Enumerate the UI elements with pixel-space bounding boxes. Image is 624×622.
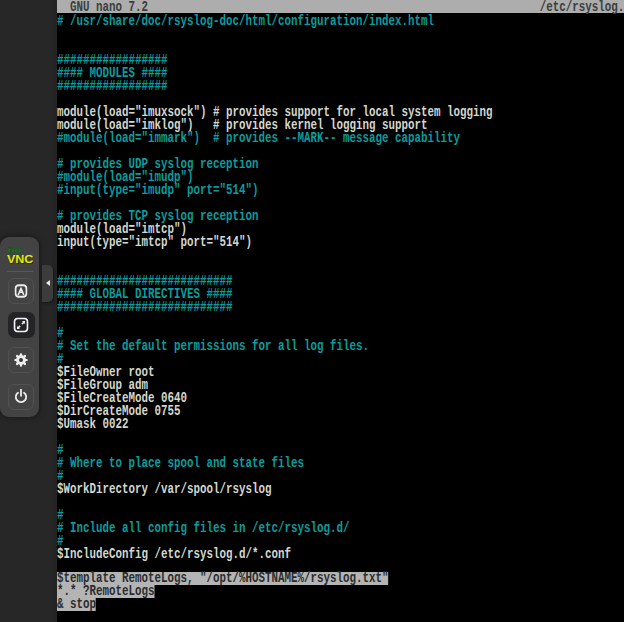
svg-text:VNC: VNC <box>7 253 34 265</box>
